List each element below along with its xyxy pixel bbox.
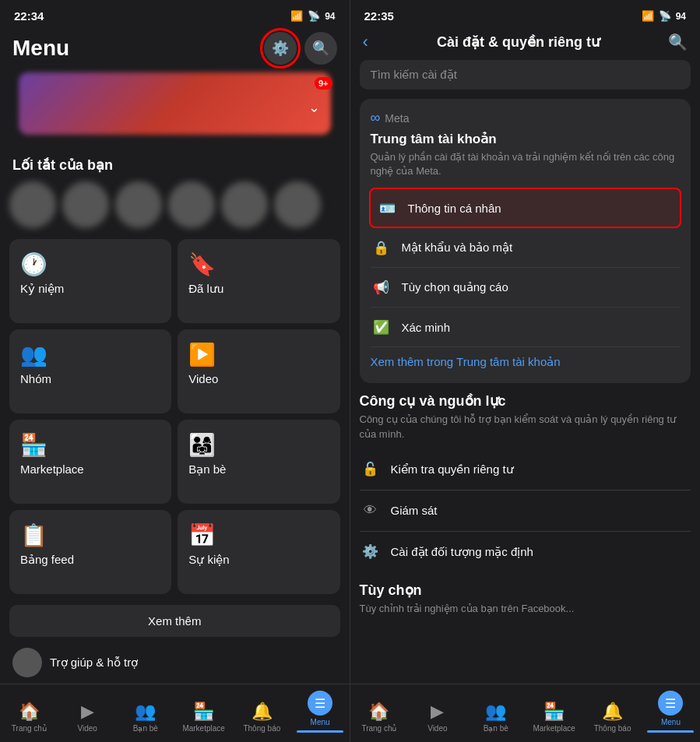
tool-giam-sat[interactable]: 👁 Giám sát (360, 491, 691, 532)
grid-item-bang-feed[interactable]: 📋 Bảng feed (9, 510, 171, 594)
su-kien-label: Sự kiện (188, 553, 329, 567)
meta-logo: ∞ (371, 110, 381, 126)
setting-mat-khau[interactable]: 🔒 Mật khẩu và bảo mật (371, 228, 681, 268)
right-home-icon: 🏠 (368, 702, 389, 722)
tool-kiem-tra[interactable]: 🔓 Kiểm tra quyền riêng tư (360, 449, 691, 491)
back-button[interactable]: ‹ (363, 32, 368, 52)
grid-item-video[interactable]: ▶️ Video (178, 329, 339, 413)
meta-desc: Quản lý phần cài đặt tài khoản và trải n… (371, 150, 681, 178)
tools-title: Công cụ và nguồn lực (360, 392, 691, 410)
settings-button[interactable]: ⚙️ (264, 32, 297, 65)
left-nav-trang-chu[interactable]: 🏠 Trang chủ (5, 702, 52, 733)
right-signal-icon: 📶 (642, 10, 654, 22)
left-marketplace-icon: 🏪 (193, 702, 214, 722)
setting-xac-minh[interactable]: ✅ Xác minh (371, 308, 681, 347)
settings-search-bar[interactable]: Tìm kiếm cài đặt (360, 60, 691, 90)
verify-label: Xác minh (402, 321, 451, 334)
grid-item-su-kien[interactable]: 📅 Sự kiện (178, 510, 339, 594)
tuy-chon-desc: Tùy chỉnh trải nghiệm của bạn trên Faceb… (360, 602, 691, 616)
personal-info-icon: 🪪 (377, 197, 399, 219)
privacy-check-icon: 🔓 (360, 459, 382, 480)
right-top-bar: ‹ Cài đặt & quyền riêng tư 🔍 (350, 27, 701, 60)
tool-cai-dat-doi-tuong[interactable]: ⚙️ Cài đặt đối tượng mặc định (360, 532, 691, 572)
left-nav-marketplace[interactable]: 🏪 Marketplace (181, 702, 227, 733)
tuy-chon-section: Tùy chọn Tùy chỉnh trải nghiệm của bạn t… (360, 582, 691, 616)
left-nav-menu[interactable]: ☰ Menu (297, 691, 343, 733)
tools-desc: Công cụ của chúng tôi hỗ trợ bạn kiểm so… (360, 413, 691, 441)
grid-item-ky-niem[interactable]: 🕐 Kỷ niệm (9, 239, 171, 323)
grid-item-ban-be[interactable]: 👨‍👩‍👧 Bạn bè (178, 420, 339, 504)
see-more-button[interactable]: Xem thêm (9, 605, 340, 637)
left-bottom-nav: 🏠 Trang chủ ▶ Video 👥 Bạn bè 🏪 Marketpla… (0, 684, 350, 742)
view-more-link[interactable]: Xem thêm trong Trung tâm tài khoản (371, 347, 681, 372)
password-label: Mật khẩu và bảo mật (402, 241, 513, 255)
da-luu-icon: 🔖 (188, 251, 329, 277)
ky-niem-label: Kỷ niệm (20, 282, 160, 296)
active-indicator (297, 730, 343, 733)
shortcut-avatar-6[interactable] (274, 181, 321, 228)
monitor-label: Giám sát (391, 504, 438, 517)
profile-banner (19, 72, 331, 135)
help-text: Trợ giúp & hỗ trợ (50, 656, 138, 670)
left-battery: 94 (325, 11, 335, 22)
setting-quang-cao[interactable]: 📢 Tùy chọn quảng cáo (371, 268, 681, 308)
right-friends-icon: 👥 (485, 702, 506, 722)
search-placeholder: Tìm kiếm cài đặt (371, 68, 457, 81)
nhom-label: Nhóm (20, 372, 160, 385)
ads-icon: 📢 (371, 276, 392, 298)
setting-thong-tin-ca-nhan[interactable]: 🪪 Thông tin cá nhân (369, 188, 682, 228)
right-battery: 94 (676, 11, 686, 22)
dropdown-chevron[interactable]: ⌄ (308, 99, 320, 116)
left-panel: 22:34 📶 📡 94 Menu ⚙️ 🔍 9+ ⌄ Lối tắt của … (0, 0, 350, 742)
menu-title: Menu (12, 36, 69, 61)
shortcuts-title: Lối tắt của bạn (0, 150, 350, 178)
shortcut-avatar-1[interactable] (9, 181, 56, 228)
grid-item-nhom[interactable]: 👥 Nhóm (9, 329, 171, 413)
shortcuts-row (0, 178, 350, 236)
shortcut-avatar-2[interactable] (62, 181, 109, 228)
shortcut-avatar-3[interactable] (115, 181, 162, 228)
top-icons: ⚙️ 🔍 (264, 32, 337, 65)
shortcut-avatar-4[interactable] (168, 181, 215, 228)
right-nav-trang-chu[interactable]: 🏠 Trang chủ (356, 702, 403, 733)
left-nav-video[interactable]: ▶ Video (64, 702, 111, 733)
meta-header: ∞ Meta (371, 110, 681, 126)
right-search-button[interactable]: 🔍 (668, 33, 688, 51)
grid-item-marketplace[interactable]: 🏪 Marketplace (9, 420, 171, 504)
right-nav-thong-bao[interactable]: 🔔 Thông báo (589, 702, 636, 733)
nhom-icon: 👥 (20, 342, 160, 367)
tuy-chon-title: Tùy chọn (360, 582, 691, 599)
left-status-right: 📶 📡 94 (290, 10, 335, 22)
audience-icon: ⚙️ (360, 541, 382, 563)
search-button[interactable]: 🔍 (304, 32, 337, 65)
ban-be-label: Bạn bè (188, 462, 329, 476)
bang-feed-label: Bảng feed (20, 553, 160, 567)
meta-label: Meta (385, 112, 409, 125)
left-nav-thong-bao[interactable]: 🔔 Thông báo (238, 702, 285, 733)
left-nav-ban-be[interactable]: 👥 Bạn bè (122, 702, 169, 733)
marketplace-icon: 🏪 (20, 432, 160, 458)
audience-label: Cài đặt đối tượng mặc định (391, 545, 533, 559)
right-nav-video[interactable]: ▶ Video (414, 702, 461, 733)
privacy-check-label: Kiểm tra quyền riêng tư (391, 462, 514, 476)
left-status-bar: 22:34 📶 📡 94 (0, 0, 350, 27)
meta-title: Trung tâm tài khoản (371, 131, 681, 147)
tools-section: Công cụ và nguồn lực Công cụ của chúng t… (360, 392, 691, 571)
right-bottom-nav: 🏠 Trang chủ ▶ Video 👥 Bạn bè 🏪 Marketpla… (350, 684, 701, 742)
ky-niem-icon: 🕐 (20, 251, 160, 277)
wifi-icon: 📡 (308, 10, 320, 22)
right-nav-ban-be[interactable]: 👥 Bạn bè (473, 702, 519, 733)
signal-icon: 📶 (290, 10, 303, 22)
grid-item-da-luu[interactable]: 🔖 Đã lưu (178, 239, 339, 323)
shortcut-avatar-5[interactable] (221, 181, 268, 228)
left-time: 22:34 (14, 9, 44, 23)
monitor-icon: 👁 (360, 500, 382, 522)
right-nav-marketplace[interactable]: 🏪 Marketplace (531, 702, 578, 733)
right-active-indicator (647, 730, 694, 733)
right-time: 22:35 (364, 9, 394, 23)
right-nav-menu[interactable]: ☰ Menu (647, 691, 694, 733)
ban-be-icon: 👨‍👩‍👧 (188, 432, 329, 458)
notification-badge: 9+ (315, 77, 332, 90)
left-top-bar: Menu ⚙️ 🔍 (0, 27, 350, 72)
left-friends-icon: 👥 (135, 702, 156, 722)
